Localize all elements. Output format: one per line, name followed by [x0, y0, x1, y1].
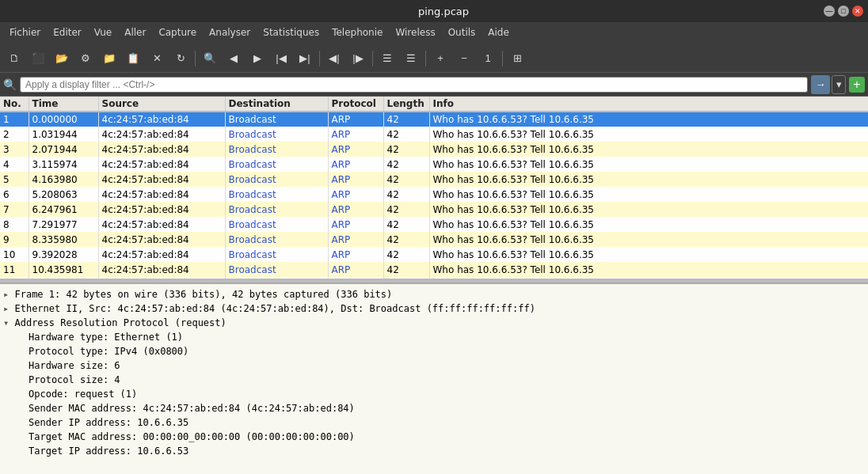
cell-time: 9.392028 [29, 247, 98, 262]
zoom-norm-button[interactable]: 1 [477, 47, 499, 70]
cell-length: 42 [383, 157, 429, 172]
cell-no: 2 [0, 127, 29, 142]
go-back2-button[interactable]: ◀| [323, 47, 345, 70]
menu-item-wireless[interactable]: Wireless [389, 24, 441, 43]
first-button[interactable]: |◀ [270, 47, 292, 70]
cell-time: 7.291977 [29, 217, 98, 232]
filter-dropdown-button[interactable]: ▾ [832, 75, 846, 94]
close-button[interactable]: ✕ [852, 6, 863, 17]
filter-apply-button[interactable]: → [811, 75, 830, 94]
col-header-destination[interactable]: Destination [225, 97, 328, 112]
col-header-length[interactable]: Length [383, 97, 429, 112]
menu-item-telephonie[interactable]: Telephonie [326, 24, 389, 43]
expand-arrow-icon: ▸ [3, 289, 14, 300]
minimize-button[interactable]: — [824, 6, 835, 17]
table-row[interactable]: 1211.4999904c:24:57:ab:ed:84BroadcastARP… [0, 277, 868, 279]
arp-detail-item: Target MAC address: 00:00:00_00:00:00 (0… [3, 430, 865, 444]
col-header-no[interactable]: No. [0, 97, 29, 112]
table-row[interactable]: 76.2479614c:24:57:ab:ed:84BroadcastARP42… [0, 202, 868, 217]
filter-input[interactable] [20, 77, 808, 93]
cell-source: 4c:24:57:ab:ed:84 [98, 202, 225, 217]
table-row[interactable]: 1110.4359814c:24:57:ab:ed:84BroadcastARP… [0, 262, 868, 277]
col-header-info[interactable]: Info [429, 97, 868, 112]
menu-item-vue[interactable]: Vue [88, 24, 118, 43]
ethernet-detail-line[interactable]: ▸ Ethernet II, Src: 4c:24:57:ab:ed:84 (4… [3, 301, 865, 316]
arp-detail-item: Hardware type: Ethernet (1) [3, 330, 865, 344]
frame-detail-line[interactable]: ▸ Frame 1: 42 bytes on wire (336 bits), … [3, 287, 865, 301]
packet-list-scroll[interactable]: No.TimeSourceDestinationProtocolLengthIn… [0, 97, 868, 279]
packet-detail-pane[interactable]: ▸ Frame 1: 42 bytes on wire (336 bits), … [0, 283, 868, 474]
cell-length: 42 [383, 262, 429, 277]
table-row[interactable]: 98.3359804c:24:57:ab:ed:84BroadcastARP42… [0, 232, 868, 247]
table-row[interactable]: 87.2919774c:24:57:ab:ed:84BroadcastARP42… [0, 217, 868, 232]
refresh-button[interactable]: ↻ [169, 47, 192, 70]
go-fwd2-button[interactable]: |▶ [347, 47, 369, 70]
zoom-in-button[interactable]: + [429, 47, 451, 70]
pane2-button[interactable]: ☰ [400, 47, 422, 70]
cell-protocol: ARP [328, 112, 383, 127]
menu-item-analyser[interactable]: Analyser [203, 24, 257, 43]
next-button[interactable]: ▶ [246, 47, 268, 70]
table-row[interactable]: 54.1639804c:24:57:ab:ed:84BroadcastARP42… [0, 172, 868, 187]
open-file-button[interactable]: 📂 [51, 47, 73, 70]
cell-no: 10 [0, 247, 29, 262]
pane1-button[interactable]: ☰ [376, 47, 398, 70]
cell-protocol: ARP [328, 262, 383, 277]
last-button[interactable]: ▶| [294, 47, 316, 70]
menu-item-outils[interactable]: Outils [442, 24, 482, 43]
cell-destination: Broadcast [225, 232, 328, 247]
cell-length: 42 [383, 277, 429, 279]
col-header-time[interactable]: Time [29, 97, 98, 112]
col-header-source[interactable]: Source [98, 97, 225, 112]
table-row[interactable]: 109.3920284c:24:57:ab:ed:84BroadcastARP4… [0, 247, 868, 262]
menu-item-fichier[interactable]: Fichier [3, 24, 47, 43]
arp-detail-item: Protocol type: IPv4 (0x0800) [3, 344, 865, 358]
menu-item-capture[interactable]: Capture [152, 24, 203, 43]
arp-detail-item: Opcode: request (1) [3, 387, 865, 401]
main-area: No.TimeSourceDestinationProtocolLengthIn… [0, 97, 868, 474]
cell-destination: Broadcast [225, 157, 328, 172]
table-row[interactable]: 10.0000004c:24:57:ab:ed:84BroadcastARP42… [0, 112, 868, 127]
settings-button[interactable]: ⚙ [74, 47, 97, 70]
arp-detail-item: Hardware size: 6 [3, 358, 865, 373]
zoom-out-button[interactable]: − [453, 47, 475, 70]
filter-add-button[interactable]: + [849, 77, 865, 93]
table-row[interactable]: 65.2080634c:24:57:ab:ed:84BroadcastARP42… [0, 187, 868, 202]
table-row[interactable]: 21.0319444c:24:57:ab:ed:84BroadcastARP42… [0, 127, 868, 142]
reload-button[interactable]: 📋 [122, 47, 144, 70]
cell-no: 1 [0, 112, 29, 127]
cell-destination: Broadcast [225, 187, 328, 202]
cell-info: Who has 10.6.6.53? Tell 10.6.6.35 [429, 157, 868, 172]
col-header-protocol[interactable]: Protocol [328, 97, 383, 112]
cell-source: 4c:24:57:ab:ed:84 [98, 262, 225, 277]
cell-info: Who has 10.6.6.53? Tell 10.6.6.35 [429, 127, 868, 142]
resize-button[interactable]: ⊞ [506, 47, 528, 70]
table-row[interactable]: 43.1159744c:24:57:ab:ed:84BroadcastARP42… [0, 157, 868, 172]
cell-length: 42 [383, 247, 429, 262]
menu-item-aide[interactable]: Aide [482, 24, 516, 43]
cell-length: 42 [383, 172, 429, 187]
table-row[interactable]: 32.0719444c:24:57:ab:ed:84BroadcastARP42… [0, 142, 868, 157]
packet-list-container: No.TimeSourceDestinationProtocolLengthIn… [0, 97, 868, 279]
new-capture-button[interactable]: 🗋 [3, 47, 25, 70]
stop-capture-button[interactable]: ⬛ [27, 47, 49, 70]
menu-item-editer[interactable]: Editer [47, 24, 88, 43]
toolbar-separator [372, 51, 373, 66]
cell-protocol: ARP [328, 232, 383, 247]
prev-button[interactable]: ◀ [223, 47, 245, 70]
cell-no: 9 [0, 232, 29, 247]
find-button[interactable]: 🔍 [199, 47, 221, 70]
cell-protocol: ARP [328, 157, 383, 172]
menu-item-aller[interactable]: Aller [118, 24, 152, 43]
close-x-button[interactable]: ✕ [146, 47, 168, 70]
cell-source: 4c:24:57:ab:ed:84 [98, 187, 225, 202]
packet-table: No.TimeSourceDestinationProtocolLengthIn… [0, 97, 868, 279]
cell-time: 1.031944 [29, 127, 98, 142]
maximize-button[interactable]: □ [838, 6, 849, 17]
detail-text: Ethernet II, Src: 4c:24:57:ab:ed:84 (4c:… [14, 303, 535, 314]
arp-section[interactable]: ▾ Address Resolution Protocol (request) [3, 316, 865, 330]
close-file-button[interactable]: 📁 [98, 47, 120, 70]
cell-no: 6 [0, 187, 29, 202]
menu-item-statistiques[interactable]: Statistiques [257, 24, 326, 43]
cell-time: 4.163980 [29, 172, 98, 187]
